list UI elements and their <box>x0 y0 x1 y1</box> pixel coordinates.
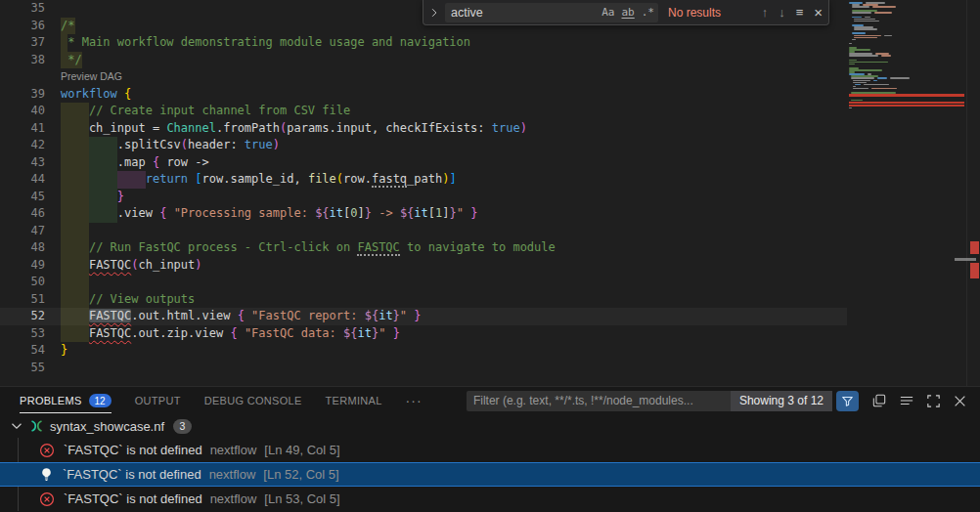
line-number: 36 <box>0 18 45 35</box>
problems-file-group[interactable]: syntax_showcase.nf 3 <box>0 414 980 438</box>
code-token: ) <box>520 121 527 135</box>
code-token: it <box>358 326 372 340</box>
view-as-list-icon[interactable] <box>900 394 913 407</box>
problem-row[interactable]: `FASTQC` is not definednextflow[Ln 53, C… <box>0 487 980 511</box>
code-token: */ <box>61 53 82 66</box>
ruler-cursor-mark <box>955 258 976 261</box>
problem-message: `FASTQC` is not defined <box>63 467 201 482</box>
whole-word-toggle[interactable]: ab <box>622 6 635 19</box>
line-number: 47 <box>0 223 45 240</box>
code-line[interactable]: 40 // Create input channel from CSV file <box>0 103 847 120</box>
indent-guide-highlight <box>61 223 89 240</box>
find-input[interactable]: active Aa ab .* <box>445 3 658 22</box>
maximize-panel-icon[interactable] <box>927 395 940 407</box>
code-token: } <box>393 326 400 340</box>
code-token: 0 <box>350 206 357 220</box>
line-number: 54 <box>0 342 45 360</box>
code-token <box>61 258 89 272</box>
problem-location: [Ln 53, Col 5] <box>264 491 339 506</box>
code-line[interactable]: 39workflow { <box>0 86 847 104</box>
close-find-icon[interactable]: × <box>814 4 823 21</box>
code-line[interactable]: 43 .map { row -> <box>0 154 847 172</box>
more-tabs-icon[interactable]: ··· <box>406 388 423 414</box>
code-editor[interactable]: 3536/*37 * Main workflow demonstrating m… <box>0 0 847 386</box>
code-line[interactable]: 45 } <box>0 189 847 206</box>
code-line[interactable]: 41 ch_input = Channel.fromPath(params.in… <box>0 120 847 138</box>
code-token: ch_input = <box>61 121 166 135</box>
code-line[interactable]: 55 <box>0 360 847 377</box>
code-token: [ <box>195 172 201 186</box>
minimap[interactable] <box>849 2 966 109</box>
code-token: ] <box>449 172 456 186</box>
overview-ruler[interactable] <box>966 0 980 386</box>
problems-filter-input[interactable]: Filter (e.g. text, **/*.ts, !**/node_mod… <box>467 391 731 411</box>
code-line[interactable]: 48 // Run FastQC process - Ctrl-click on… <box>0 239 847 257</box>
tab-debug-console[interactable]: DEBUG CONSOLE <box>204 388 302 414</box>
find-query-text: active <box>451 6 595 20</box>
code-line[interactable]: 44 return [row.sample_id, file(row.fastq… <box>0 171 847 189</box>
match-case-toggle[interactable]: Aa <box>601 6 614 19</box>
code-token <box>61 326 89 340</box>
code-token: ( <box>336 172 343 186</box>
code-token: ${ <box>315 206 329 220</box>
ruler-error-mark <box>970 241 979 254</box>
code-token: // Run FastQC process - Ctrl-click on <box>89 240 358 254</box>
code-token: ${ <box>400 206 414 220</box>
file-name: syntax_showcase.nf <box>50 419 164 434</box>
code-line[interactable]: 52 FASTQC.out.html.view { "FastQC report… <box>0 308 847 325</box>
code-token: // View outputs <box>89 292 195 306</box>
code-token: it <box>414 206 427 220</box>
code-line[interactable]: 49 FASTQC(ch_input) <box>0 257 847 275</box>
tab-problems[interactable]: PROBLEMS 12 <box>20 388 111 414</box>
code-line[interactable]: 42 .splitCsv(header: true) <box>0 137 847 154</box>
problem-row[interactable]: `FASTQC` is not definednextflow[Ln 49, C… <box>0 438 980 462</box>
code-token: "Processing sample: <box>174 206 316 220</box>
line-number: 41 <box>0 120 45 138</box>
code-token: } <box>365 206 372 220</box>
tab-terminal[interactable]: TERMINAL <box>326 388 382 414</box>
code-token: file <box>308 172 336 186</box>
code-token: { <box>230 326 237 340</box>
code-token: " <box>400 309 407 322</box>
code-line[interactable]: 38 */ <box>0 52 847 69</box>
line-number: 42 <box>0 137 45 154</box>
code-token: } <box>470 206 477 220</box>
codelens-row[interactable]: Preview DAG <box>0 68 847 86</box>
code-line[interactable]: 51 // View outputs <box>0 291 847 309</box>
code-line[interactable]: 54} <box>0 342 847 360</box>
code-line[interactable]: 37 * Main workflow demonstrating module … <box>0 34 847 52</box>
code-token: to navigate to module <box>400 240 556 254</box>
code-line[interactable]: 47 <box>0 223 847 240</box>
code-token: " <box>457 206 464 220</box>
tab-output[interactable]: OUTPUT <box>135 388 181 414</box>
previous-match-icon[interactable]: ↑ <box>762 5 769 20</box>
code-line[interactable]: 50 <box>0 274 847 291</box>
filter-funnel-button[interactable] <box>836 391 859 411</box>
code-token: row.sample_id, <box>202 172 308 186</box>
code-token: row -> <box>159 155 209 169</box>
code-token: .fromPath <box>216 121 280 135</box>
code-token: ( <box>131 258 138 272</box>
code-token <box>238 326 245 340</box>
code-token: ) <box>273 138 280 151</box>
view-as-table-icon[interactable] <box>872 394 886 407</box>
toggle-replace-chevron-icon[interactable] <box>429 8 445 18</box>
code-token: ${ <box>365 309 379 322</box>
find-widget: active Aa ab .* No results ↑ ↓ ≡ × <box>423 0 829 25</box>
code-token: } <box>393 309 400 322</box>
problem-source: nextflow <box>210 491 257 506</box>
line-number: 48 <box>0 239 45 257</box>
code-token: * Main workflow demonstrating module usa… <box>61 35 470 49</box>
close-panel-icon[interactable] <box>954 395 966 407</box>
code-line[interactable]: 46 .view { "Processing sample: ${it[0]} … <box>0 205 847 223</box>
code-line[interactable]: 53 FASTQC.out.zip.view { "FastQC data: $… <box>0 325 847 343</box>
find-results-label: No results <box>668 6 751 20</box>
regex-toggle[interactable]: .* <box>642 6 654 19</box>
code-token: "FastQC data: <box>245 326 343 340</box>
next-match-icon[interactable]: ↓ <box>779 5 785 20</box>
line-number <box>0 68 45 86</box>
codelens-preview-dag[interactable]: Preview DAG <box>61 70 122 82</box>
line-number: 43 <box>0 154 45 172</box>
problem-row[interactable]: `FASTQC` is not definednextflow[Ln 52, C… <box>0 462 980 487</box>
find-in-selection-icon[interactable]: ≡ <box>796 5 804 20</box>
